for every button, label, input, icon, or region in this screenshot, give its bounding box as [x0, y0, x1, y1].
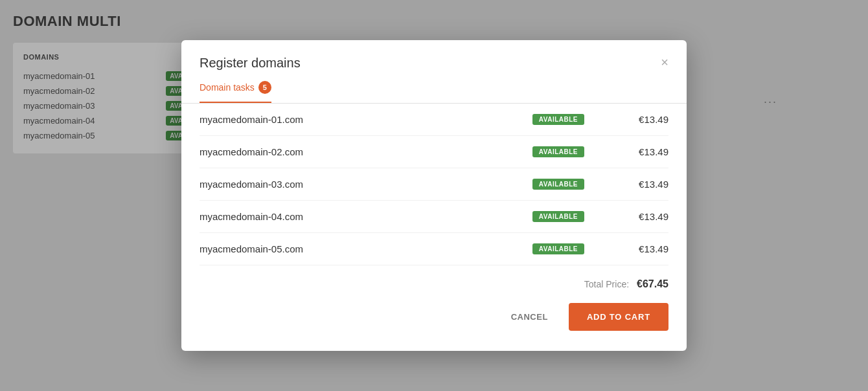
available-badge: AVAILABLE	[532, 243, 584, 254]
domain-name: myacmedomain-01.com	[200, 114, 532, 125]
domain-name: myacmedomain-05.com	[200, 243, 532, 254]
total-price: €67.45	[637, 278, 668, 290]
button-row: CANCEL ADD TO CART	[200, 303, 668, 331]
domain-price: €13.49	[623, 243, 668, 254]
tab-badge: 5	[258, 81, 271, 94]
total-row: Total Price: €67.45	[200, 278, 668, 290]
available-badge: AVAILABLE	[532, 146, 584, 157]
domain-row-5: myacmedomain-05.com AVAILABLE €13.49	[200, 233, 668, 265]
total-label: Total Price:	[584, 279, 629, 289]
domain-name: myacmedomain-03.com	[200, 179, 532, 190]
domain-row-2: myacmedomain-02.com AVAILABLE €13.49	[200, 136, 668, 168]
tab-label: Domain tasks	[200, 82, 255, 93]
domain-price: €13.49	[623, 211, 668, 222]
domain-price: €13.49	[623, 114, 668, 125]
domain-name: myacmedomain-02.com	[200, 146, 532, 157]
add-to-cart-button[interactable]: ADD TO CART	[569, 303, 668, 331]
modal-tabs: Domain tasks 5	[181, 71, 687, 104]
tab-domain-tasks[interactable]: Domain tasks 5	[200, 81, 271, 103]
modal-header: Register domains ×	[181, 40, 687, 71]
domain-name: myacmedomain-04.com	[200, 211, 532, 222]
register-domains-modal: Register domains × Domain tasks 5 myacme…	[181, 40, 687, 351]
available-badge: AVAILABLE	[532, 179, 584, 190]
available-badge: AVAILABLE	[532, 114, 584, 125]
domain-row-4: myacmedomain-04.com AVAILABLE €13.49	[200, 201, 668, 233]
modal-title: Register domains	[200, 56, 301, 71]
modal-body: myacmedomain-01.com AVAILABLE €13.49 mya…	[181, 104, 687, 265]
cancel-button[interactable]: CANCEL	[501, 306, 558, 328]
domain-price: €13.49	[623, 146, 668, 157]
available-badge: AVAILABLE	[532, 211, 584, 222]
domain-row-1: myacmedomain-01.com AVAILABLE €13.49	[200, 104, 668, 136]
domain-price: €13.49	[623, 179, 668, 190]
close-button[interactable]: ×	[661, 56, 668, 69]
modal-footer: Total Price: €67.45 CANCEL ADD TO CART	[181, 265, 687, 349]
domain-row-3: myacmedomain-03.com AVAILABLE €13.49	[200, 168, 668, 201]
